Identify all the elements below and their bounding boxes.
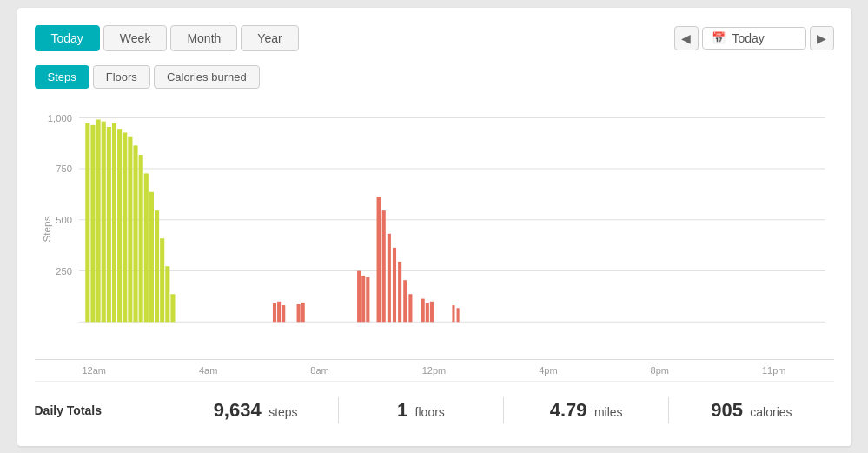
svg-rect-15 <box>111 123 116 322</box>
x-label-8am: 8am <box>310 365 328 376</box>
svg-rect-14 <box>106 127 110 322</box>
x-label-8pm: 8pm <box>651 365 669 376</box>
steps-unit: steps <box>268 405 297 419</box>
floors-total: 1 floors <box>339 399 503 422</box>
period-btn-week[interactable]: Week <box>103 25 168 51</box>
calories-total: 905 calories <box>669 399 833 422</box>
svg-rect-22 <box>149 191 153 322</box>
chart-area: 1,000 750 500 250 Steps <box>35 99 834 360</box>
x-label-12pm: 12pm <box>422 365 447 376</box>
x-label-4pm: 4pm <box>539 365 557 376</box>
miles-unit: miles <box>594 405 623 419</box>
steps-total: 9,634 steps <box>174 399 338 422</box>
svg-rect-17 <box>123 132 127 322</box>
svg-rect-34 <box>366 277 369 322</box>
floors-unit: floors <box>415 405 445 419</box>
svg-text:Steps: Steps <box>42 216 52 242</box>
svg-rect-18 <box>128 136 132 322</box>
svg-rect-27 <box>272 303 275 321</box>
calories-value: 905 <box>711 399 743 421</box>
calories-unit: calories <box>750 405 792 419</box>
svg-rect-33 <box>361 275 365 321</box>
svg-text:500: 500 <box>56 214 72 224</box>
svg-rect-40 <box>403 280 407 322</box>
tab-calories[interactable]: Calories burned <box>154 65 260 89</box>
svg-rect-44 <box>429 301 433 321</box>
svg-text:750: 750 <box>56 163 72 174</box>
calendar-icon: 📅 <box>712 31 726 44</box>
svg-rect-13 <box>101 121 105 322</box>
svg-rect-38 <box>392 247 395 321</box>
period-btn-month[interactable]: Month <box>170 25 237 51</box>
x-label-4am: 4am <box>199 365 217 376</box>
daily-totals-section: Daily Totals 9,634 steps 1 floors 4.79 m… <box>35 381 834 429</box>
svg-rect-23 <box>155 210 159 322</box>
prev-date-button[interactable]: ◀ <box>674 26 699 50</box>
steps-value: 9,634 <box>214 399 262 421</box>
svg-rect-31 <box>301 302 304 321</box>
svg-rect-28 <box>277 301 281 321</box>
period-buttons: Today Week Month Year <box>35 25 299 51</box>
miles-value: 4.79 <box>550 399 587 421</box>
svg-rect-29 <box>282 305 285 322</box>
svg-rect-41 <box>408 294 412 322</box>
svg-text:1,000: 1,000 <box>47 112 71 123</box>
chart-tabs: Steps Floors Calories burned <box>35 65 834 89</box>
svg-rect-46 <box>456 308 459 322</box>
svg-rect-30 <box>296 303 300 321</box>
svg-rect-19 <box>133 145 137 322</box>
svg-rect-36 <box>381 210 385 322</box>
svg-text:250: 250 <box>56 265 72 276</box>
svg-rect-42 <box>421 298 424 322</box>
current-date-label: Today <box>732 31 765 45</box>
svg-rect-12 <box>96 119 100 322</box>
next-date-button[interactable]: ▶ <box>810 26 834 50</box>
svg-rect-10 <box>85 123 89 322</box>
x-label-12am: 12am <box>83 365 107 376</box>
svg-rect-39 <box>398 261 401 321</box>
date-display: 📅 Today <box>702 27 806 50</box>
svg-rect-11 <box>90 124 95 321</box>
floors-value: 1 <box>397 399 407 421</box>
x-axis-labels: 12am 4am 8am 12pm 4pm 8pm 11pm <box>35 360 834 381</box>
x-label-11pm: 11pm <box>762 365 786 376</box>
svg-rect-35 <box>376 197 381 322</box>
svg-rect-32 <box>357 270 361 322</box>
svg-rect-24 <box>160 238 164 322</box>
svg-rect-26 <box>170 294 175 322</box>
daily-totals-label: Daily Totals <box>35 403 174 417</box>
svg-rect-20 <box>138 155 142 322</box>
svg-rect-25 <box>165 266 169 322</box>
period-btn-year[interactable]: Year <box>241 25 298 51</box>
svg-rect-45 <box>452 305 454 322</box>
svg-rect-16 <box>117 129 122 322</box>
date-navigation: ◀ 📅 Today ▶ <box>674 26 834 50</box>
period-btn-today[interactable]: Today <box>35 25 100 51</box>
tab-steps[interactable]: Steps <box>35 65 89 89</box>
top-navigation: Today Week Month Year ◀ 📅 Today ▶ <box>35 25 834 51</box>
svg-rect-37 <box>387 233 390 321</box>
miles-total: 4.79 miles <box>504 399 668 422</box>
main-card: Today Week Month Year ◀ 📅 Today ▶ Steps … <box>17 8 851 446</box>
tab-floors[interactable]: Floors <box>93 65 150 89</box>
svg-rect-43 <box>425 303 428 321</box>
svg-rect-21 <box>143 173 148 322</box>
chart-svg: 1,000 750 500 250 Steps <box>35 99 834 359</box>
